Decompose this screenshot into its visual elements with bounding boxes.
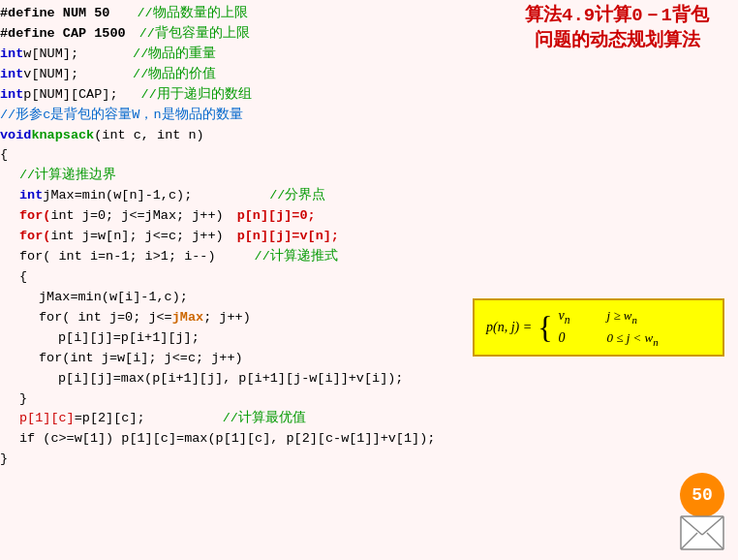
formula-box: p(n, j) = { vn j ≥ wn 0 0 ≤ j < wn	[473, 298, 724, 357]
formula-row-1: vn j ≥ wn	[559, 308, 659, 327]
formula-lhs: p(n, j) =	[486, 320, 532, 335]
formula-brace: {	[538, 312, 552, 343]
title-line2: 问题的动态规划算法	[535, 30, 700, 51]
code-line-11: for( int j=0; j<=jMax; j++) p[n][j]=0;	[19, 206, 506, 227]
code-line-16: for( int j=0; j<=jMax; j++)	[39, 308, 506, 328]
envelope-icon	[680, 515, 724, 550]
code-line-3: int w[NUM]; //物品的重量	[0, 45, 506, 65]
code-line-10: int jMax=min(w[n]-1,c); //分界点	[19, 186, 506, 206]
code-line-18: for(int j=w[i]; j<=c; j++)	[39, 349, 506, 369]
code-line-5: int p[NUM][CAP]; //用于递归的数组	[0, 85, 506, 106]
code-line-19: p[i][j]=max(p[i+1][j], p[i+1][j-w[i]]+v[…	[58, 369, 506, 389]
code-line-13: for( int i=n-1; i>1; i--) //计算递推式	[19, 247, 506, 267]
formula-row-2: 0 0 ≤ j < wn	[559, 330, 659, 348]
code-line-14: {	[19, 267, 506, 288]
code-line-20: }	[19, 389, 506, 410]
badge-number: 50	[680, 473, 724, 517]
code-line-4: int v[NUM]; //物品的价值	[0, 65, 506, 85]
code-line-8: {	[0, 145, 506, 166]
code-line-15: jMax=min(w[i]-1,c);	[39, 288, 506, 308]
formula-rhs: vn j ≥ wn 0 0 ≤ j < wn	[559, 308, 659, 347]
code-line-6: //形参c是背包的容量W，n是物品的数量	[0, 106, 506, 126]
title-line1: 算法4.9计算0－1背包	[525, 5, 709, 26]
code-line-2: #define CAP 1500 //背包容量的上限	[0, 24, 506, 45]
formula-content: p(n, j) = { vn j ≥ wn 0 0 ≤ j < wn	[486, 308, 711, 347]
main-container: 算法4.9计算0－1背包 问题的动态规划算法 #define NUM 50 //…	[0, 0, 738, 560]
code-line-7: void knapsack(int c, int n)	[0, 126, 506, 146]
code-line-9: //计算递推边界	[19, 166, 506, 186]
algorithm-title: 算法4.9计算0－1背包 问题的动态规划算法	[506, 4, 728, 53]
code-line-23: }	[0, 450, 506, 470]
code-line-22: if (c>=w[1]) p[1][c]=max(p[1][c], p[2][c…	[19, 429, 506, 450]
code-line-12: for( int j=w[n]; j<=c; j++) p[n][j]=v[n]…	[19, 227, 506, 247]
code-line-17: p[i][j]=p[i+1][j];	[58, 328, 506, 349]
code-block: #define NUM 50 //物品数量的上限 #define CAP 150…	[0, 4, 506, 470]
code-line-21: p[1][c]=p[2][c]; //计算最优值	[19, 409, 506, 429]
code-line-1: #define NUM 50 //物品数量的上限	[0, 4, 506, 24]
